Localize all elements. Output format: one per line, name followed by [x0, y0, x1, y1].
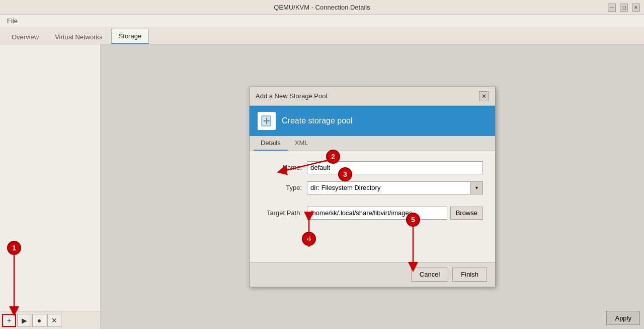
browse-button[interactable]: Browse [450, 207, 483, 220]
tab-virtual-networks[interactable]: Virtual Networks [47, 30, 110, 44]
tab-overview[interactable]: Overview [4, 30, 46, 44]
type-select-wrapper: dir: Filesystem Directory fs: Pre-Format… [307, 181, 483, 194]
body-spacer [262, 227, 483, 252]
finish-button[interactable]: Finish [452, 268, 487, 282]
target-path-label: Target Path: [262, 209, 307, 217]
name-input[interactable] [307, 161, 483, 174]
sidebar-list [0, 44, 100, 311]
content-area: Apply Add a New Storage Pool ✕ [101, 44, 644, 329]
add-storage-pool-dialog: Add a New Storage Pool ✕ Create storage … [249, 87, 496, 287]
close-button[interactable]: ✕ [632, 4, 640, 12]
sidebar: + ▶ ● ✕ [0, 44, 101, 329]
banner-icon [258, 112, 276, 130]
delete-pool-button[interactable]: ✕ [47, 314, 61, 327]
restore-button[interactable]: ◻ [620, 4, 628, 12]
minimize-button[interactable]: — [608, 4, 616, 12]
dialog-title: Add a New Storage Pool [256, 92, 327, 100]
main-content: + ▶ ● ✕ Apply Add a New Storage Pool ✕ [0, 44, 644, 329]
dialog-overlay: Add a New Storage Pool ✕ Create storage … [101, 44, 644, 329]
tab-xml[interactable]: XML [288, 136, 315, 151]
dialog-tabs: Details XML [250, 136, 495, 151]
name-row: Name: [262, 161, 483, 174]
add-pool-button[interactable]: + [2, 314, 16, 327]
start-pool-button[interactable]: ▶ [17, 314, 31, 327]
dialog-close-button[interactable]: ✕ [479, 91, 489, 101]
dialog-banner-title: Create storage pool [282, 116, 353, 125]
type-label: Type: [262, 184, 307, 191]
window-title: QEMU/KVM - Connection Details [274, 4, 370, 11]
title-bar: QEMU/KVM - Connection Details — ◻ ✕ [0, 0, 644, 15]
target-path-input[interactable] [307, 207, 447, 220]
dialog-title-bar: Add a New Storage Pool ✕ [250, 87, 495, 106]
dialog-footer: Cancel Finish [250, 262, 495, 287]
tab-bar: Overview Virtual Networks Storage [0, 27, 644, 44]
spacer [262, 202, 483, 207]
tab-details[interactable]: Details [254, 136, 288, 151]
cancel-button[interactable]: Cancel [411, 268, 448, 282]
dialog-banner: Create storage pool [250, 106, 495, 136]
type-select[interactable]: dir: Filesystem Directory fs: Pre-Format… [307, 181, 483, 194]
stop-pool-button[interactable]: ● [32, 314, 46, 327]
select-arrow-icon: ▾ [470, 181, 483, 194]
type-row: Type: dir: Filesystem Directory fs: Pre-… [262, 181, 483, 194]
name-label: Name: [262, 164, 307, 171]
target-path-row: Target Path: Browse [262, 207, 483, 220]
window-controls: — ◻ ✕ [608, 4, 640, 12]
sidebar-toolbar: + ▶ ● ✕ [0, 311, 100, 329]
tab-storage[interactable]: Storage [111, 29, 149, 44]
dialog-body: Name: Type: dir: Filesystem Directory fs… [250, 151, 495, 262]
menu-bar: File [0, 15, 644, 27]
menu-file[interactable]: File [3, 16, 22, 26]
